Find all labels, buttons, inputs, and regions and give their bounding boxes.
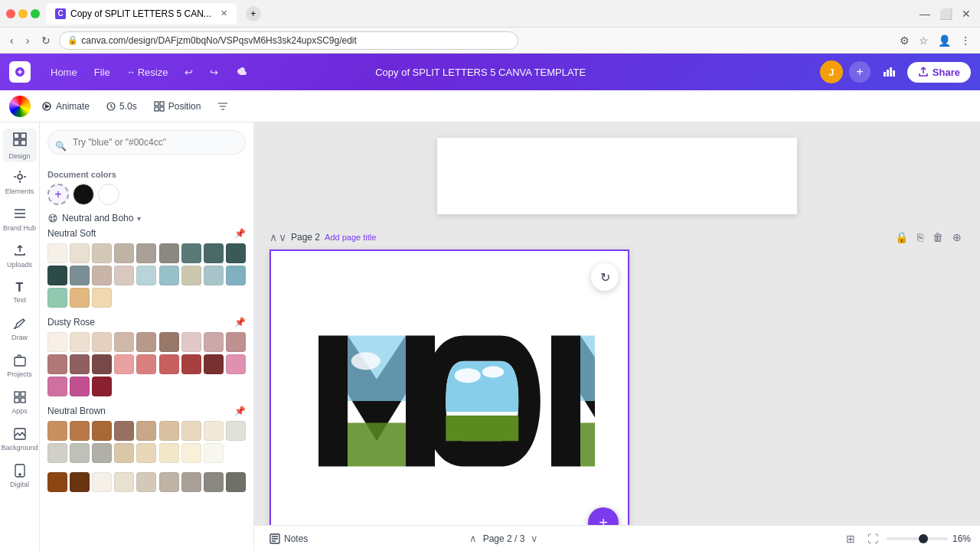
color-swatch[interactable] — [204, 243, 224, 263]
color-swatch[interactable] — [226, 266, 246, 285]
color-swatch[interactable] — [226, 354, 246, 374]
bookmark-btn[interactable]: ☆ — [916, 32, 932, 49]
color-search-input[interactable] — [47, 130, 246, 155]
color-swatch[interactable] — [136, 354, 156, 374]
color-swatch[interactable] — [70, 377, 90, 396]
position-btn[interactable]: Position — [148, 97, 207, 116]
sidebar-item-text[interactable]: T Text — [3, 276, 37, 309]
color-swatch[interactable] — [92, 266, 112, 285]
fullscreen-btn[interactable]: ⛶ — [864, 530, 882, 547]
profile-btn[interactable]: 👤 — [935, 32, 954, 49]
animate-btn[interactable]: Animate — [35, 97, 96, 116]
app-logo[interactable] — [9, 61, 31, 83]
refresh-btn[interactable]: ↻ — [591, 263, 619, 291]
color-swatch[interactable] — [159, 243, 179, 263]
file-nav-btn[interactable]: File — [87, 63, 118, 82]
color-swatch[interactable] — [136, 266, 156, 285]
color-swatch[interactable] — [92, 472, 112, 492]
cloud-save-btn[interactable] — [227, 61, 255, 83]
palette-selector[interactable]: Neutral and Boho ▾ — [47, 213, 246, 223]
user-avatar[interactable]: J — [820, 60, 843, 83]
color-swatch[interactable] — [70, 243, 90, 263]
reload-btn[interactable]: ↻ — [38, 32, 54, 49]
neutral-brown-pin[interactable]: 📌 — [234, 406, 246, 416]
page2-canvas[interactable]: ↻ — [270, 249, 629, 525]
sidebar-item-background[interactable]: Background — [3, 422, 37, 456]
zoom-thumb[interactable] — [919, 534, 928, 543]
neutral-soft-header[interactable]: Neutral Soft 📌 — [47, 228, 246, 239]
url-input[interactable]: 🔒 canva.com/design/DAFjzm0bqNo/VSPqsvM6H… — [59, 31, 518, 50]
resize-nav-btn[interactable]: ↔ Resize — [119, 63, 176, 82]
color-swatch[interactable] — [226, 243, 246, 263]
color-swatch[interactable] — [47, 377, 67, 396]
forward-btn[interactable]: › — [22, 32, 34, 49]
color-swatch[interactable] — [204, 332, 224, 352]
page2-more-btn[interactable]: ⊕ — [949, 230, 965, 245]
color-swatch[interactable] — [159, 472, 179, 492]
analytics-btn[interactable] — [877, 62, 901, 82]
prev-page-btn[interactable]: ∧ — [469, 533, 477, 544]
color-swatch[interactable] — [70, 332, 90, 352]
color-swatch[interactable] — [204, 354, 224, 374]
color-swatch[interactable] — [136, 443, 156, 463]
share-btn[interactable]: Share — [907, 62, 971, 83]
sidebar-item-uploads[interactable]: Uploads — [3, 239, 37, 272]
color-swatch[interactable] — [181, 354, 201, 374]
add-color-btn[interactable]: + — [47, 184, 69, 205]
sidebar-item-elements[interactable]: Elements — [3, 165, 37, 199]
color-swatch[interactable] — [226, 332, 246, 352]
color-swatch[interactable] — [114, 354, 134, 374]
color-swatch[interactable] — [92, 288, 112, 308]
color-swatch[interactable] — [47, 288, 67, 308]
color-swatch[interactable] — [70, 443, 90, 463]
neutral-brown-header[interactable]: Neutral Brown 📌 — [47, 406, 246, 416]
close-window-btn[interactable]: ✕ — [959, 5, 974, 22]
color-swatch[interactable] — [70, 288, 90, 308]
redo-btn[interactable]: ↪ — [202, 63, 226, 82]
color-swatch[interactable] — [92, 332, 112, 352]
minimize-window-btn[interactable]: — — [916, 5, 933, 22]
color-swatch[interactable] — [181, 443, 201, 463]
color-swatch[interactable] — [159, 443, 179, 463]
page1-canvas[interactable] — [437, 138, 797, 214]
color-swatch[interactable] — [47, 243, 67, 263]
doc-color-black[interactable] — [73, 184, 94, 205]
color-swatch[interactable] — [47, 266, 67, 285]
color-swatch[interactable] — [181, 421, 201, 441]
sidebar-item-projects[interactable]: Projects — [3, 349, 37, 383]
color-wheel-btn[interactable] — [9, 96, 31, 117]
page2-lock-btn[interactable]: 🔒 — [892, 230, 911, 245]
home-nav-btn[interactable]: Home — [43, 63, 85, 82]
sidebar-item-digital[interactable]: Digital — [3, 459, 37, 493]
view-grid-btn[interactable]: ⊞ — [842, 530, 859, 547]
color-swatch[interactable] — [114, 266, 134, 285]
color-swatch[interactable] — [92, 243, 112, 263]
page2-delete-btn[interactable]: 🗑 — [929, 230, 946, 245]
page2-down-btn[interactable]: ∨ — [279, 231, 286, 243]
filters-btn[interactable] — [211, 97, 234, 116]
color-swatch[interactable] — [204, 443, 224, 463]
color-swatch[interactable] — [92, 443, 112, 463]
color-swatch[interactable] — [114, 243, 134, 263]
color-swatch[interactable] — [181, 266, 201, 285]
color-swatch[interactable] — [159, 421, 179, 441]
sidebar-item-brand-hub[interactable]: Brand Hub — [3, 202, 37, 236]
color-swatch[interactable] — [47, 472, 67, 492]
color-swatch[interactable] — [70, 472, 90, 492]
more-btn[interactable]: ⋮ — [957, 32, 974, 49]
back-btn[interactable]: ‹ — [6, 32, 18, 49]
next-page-btn[interactable]: ∨ — [531, 533, 538, 544]
zoom-slider[interactable] — [887, 537, 948, 540]
color-swatch[interactable] — [92, 377, 112, 396]
color-swatch[interactable] — [47, 443, 67, 463]
color-swatch[interactable] — [114, 443, 134, 463]
color-swatch[interactable] — [226, 472, 246, 492]
color-swatch[interactable] — [70, 354, 90, 374]
browser-minimize-btn[interactable] — [18, 9, 28, 18]
browser-close-btn[interactable] — [6, 9, 15, 18]
color-swatch[interactable] — [204, 421, 224, 441]
color-swatch[interactable] — [159, 266, 179, 285]
extensions-btn[interactable]: ⚙ — [897, 32, 913, 49]
color-swatch[interactable] — [70, 266, 90, 285]
dusty-rose-pin[interactable]: 📌 — [234, 317, 246, 328]
